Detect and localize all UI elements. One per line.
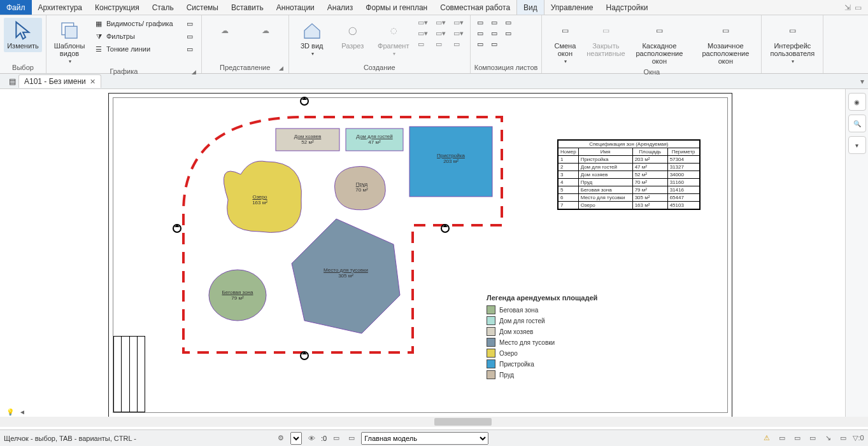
model-combo[interactable]: Главная модель bbox=[361, 432, 488, 445]
status-icon-1[interactable]: ⚙ bbox=[275, 433, 287, 444]
create-s5[interactable]: ▭▾ bbox=[433, 29, 448, 38]
sheet-b4[interactable]: ▭ bbox=[488, 18, 500, 27]
menu-insert[interactable]: Вставить bbox=[225, 0, 270, 15]
legend-swatch bbox=[487, 338, 495, 347]
cursor-icon bbox=[13, 20, 33, 41]
sheet-b6[interactable]: ▭ bbox=[488, 39, 500, 49]
create-s2[interactable]: ▭▾ bbox=[415, 29, 430, 38]
sheet-b8[interactable]: ▭ bbox=[502, 29, 514, 38]
sheet-b7[interactable]: ▭ bbox=[502, 18, 514, 27]
view-templates-button[interactable]: Шаблоны видов ▾ bbox=[50, 18, 89, 67]
move-icon[interactable]: ⇲ bbox=[844, 3, 851, 12]
close-inactive-button: ▭Закрыть неактивные bbox=[587, 18, 625, 60]
document-tab[interactable]: A101 - Без имени ✕ bbox=[18, 74, 101, 88]
lightbulb-icon[interactable]: 💡 bbox=[6, 408, 14, 415]
ribbon-group-graphics: Шаблоны видов ▾ ▦Видимость/ графика ⧩Фил… bbox=[46, 15, 202, 73]
render-cloud-button[interactable]: ☁ bbox=[246, 18, 285, 45]
sheet-b2[interactable]: ▭ bbox=[474, 29, 486, 38]
section-button[interactable]: ◯Разрез bbox=[334, 18, 372, 52]
modify-button[interactable]: Изменить bbox=[4, 18, 42, 52]
callout-button[interactable]: ◌Фрагмент▾ bbox=[374, 18, 413, 59]
graphics-extra-2[interactable]: ▭ bbox=[182, 31, 197, 42]
create-s8[interactable]: ▭▾ bbox=[451, 29, 466, 38]
vc-arrow-icon[interactable]: ◄ bbox=[19, 408, 25, 415]
menu-steel[interactable]: Сталь bbox=[146, 0, 180, 15]
schedule-row[interactable]: 4Пруд70 м²31160 bbox=[559, 179, 700, 186]
legend-item: Пруд bbox=[487, 370, 597, 379]
status-icon-2[interactable]: ▭ bbox=[331, 433, 342, 444]
section-icon: ◯ bbox=[343, 20, 363, 41]
render-button[interactable]: ☁ bbox=[206, 18, 244, 45]
create-s9[interactable]: ▭ bbox=[451, 39, 466, 49]
sheet-b5[interactable]: ▭ bbox=[488, 29, 500, 38]
menu-systems[interactable]: Системы bbox=[180, 0, 225, 15]
nav-more-icon[interactable]: ▾ bbox=[848, 136, 866, 154]
3d-view-button[interactable]: 3D вид▾ bbox=[293, 18, 331, 59]
scrollbar-thumb[interactable] bbox=[434, 418, 492, 426]
ext3-icon: ▭ bbox=[185, 44, 195, 54]
menu-annotate[interactable]: Аннотации bbox=[270, 0, 321, 15]
status-r1-icon[interactable]: ▭ bbox=[776, 433, 788, 444]
schedule-view[interactable]: Спецификация зон (Арендуемая) Номер Имя … bbox=[557, 139, 701, 210]
legend-swatch bbox=[487, 359, 495, 368]
create-s1[interactable]: ▭▾ bbox=[415, 18, 430, 27]
switch-windows-button[interactable]: ▭Смена окон▾ bbox=[546, 18, 584, 67]
menu-structure[interactable]: Конструкция bbox=[89, 0, 146, 15]
nav-wheel-icon[interactable]: ◉ bbox=[848, 93, 866, 111]
schedule-row[interactable]: 2Дом для гостей47 м²31327 bbox=[559, 164, 700, 171]
menu-massing[interactable]: Формы и генплан bbox=[359, 0, 434, 15]
menu-manage[interactable]: Управление bbox=[544, 0, 600, 15]
create-s4[interactable]: ▭▾ bbox=[433, 18, 448, 27]
schedule-row[interactable]: 1Пристройка203 м²57304 bbox=[559, 156, 700, 164]
sheet-b1[interactable]: ▭ bbox=[474, 18, 486, 27]
area-label-dom-hozyaev: Дом хозяев52 м² bbox=[294, 134, 322, 145]
thin-lines-button[interactable]: ☰Тонкие линии bbox=[91, 43, 176, 55]
horizontal-scrollbar[interactable] bbox=[0, 417, 868, 427]
tile-button[interactable]: ▭Мозаичное расположение окон bbox=[694, 18, 757, 67]
schedule-row[interactable]: 5Беговая зона79 м²31416 bbox=[559, 186, 700, 194]
status-select-1[interactable] bbox=[290, 432, 302, 445]
close-tab-icon[interactable]: ✕ bbox=[90, 78, 96, 86]
menu-addins[interactable]: Надстройки bbox=[600, 0, 655, 15]
ext2-icon: ▭ bbox=[185, 31, 195, 41]
legend-view[interactable]: Легенда арендуемых площадей Беговая зона… bbox=[487, 294, 597, 381]
graphics-extra-1[interactable]: ▭ bbox=[182, 18, 197, 29]
user-interface-button[interactable]: ▭Интерфейс пользователя▾ bbox=[765, 18, 819, 67]
schedule-row[interactable]: 3Дом хозяев52 м²34000 bbox=[559, 171, 700, 179]
zoom-region-icon[interactable]: 🔍 bbox=[848, 115, 866, 132]
menu-collab[interactable]: Совместная работа bbox=[434, 0, 516, 15]
filters-button[interactable]: ⧩Фильтры bbox=[91, 31, 176, 42]
visibility-graphics-button[interactable]: ▦Видимость/ графика bbox=[91, 18, 176, 29]
cascade-button[interactable]: ▭Каскадное расположение окон bbox=[627, 18, 691, 67]
ribbon-group-ui-title bbox=[765, 71, 819, 72]
doc-icon: ▤ bbox=[6, 77, 18, 86]
legend-item: Дом для гостей bbox=[487, 316, 597, 325]
ribbon: Изменить Выбор Шаблоны видов ▾ ▦Видимост… bbox=[0, 15, 868, 74]
status-r5-icon[interactable]: ▭ bbox=[837, 433, 849, 444]
graphics-dialog-launcher[interactable]: ◢ bbox=[192, 69, 196, 75]
graphics-extra-3[interactable]: ▭ bbox=[182, 43, 197, 55]
sheet-b3[interactable]: ▭ bbox=[474, 39, 486, 49]
status-icon-3[interactable]: ▭ bbox=[346, 433, 357, 444]
menu-architecture[interactable]: Архитектура bbox=[32, 0, 89, 15]
presentation-dialog-launcher[interactable]: ◢ bbox=[279, 65, 283, 71]
ribbon-group-select: Изменить Выбор bbox=[0, 15, 46, 73]
schedule-row[interactable]: 7Озеро163 м²45103 bbox=[559, 202, 700, 209]
legend-label: Озеро bbox=[499, 350, 518, 357]
menu-view[interactable]: Вид bbox=[516, 0, 544, 15]
status-scale-icon[interactable]: 👁 bbox=[306, 433, 317, 444]
status-filter-icon[interactable]: ▽:0 bbox=[853, 433, 864, 444]
tab-overflow-icon[interactable]: ▾ bbox=[857, 77, 868, 86]
status-r2-icon[interactable]: ▭ bbox=[792, 433, 803, 444]
status-r4-icon[interactable]: ↘ bbox=[822, 433, 834, 444]
create-s3[interactable]: ▭ bbox=[415, 39, 430, 49]
create-s6[interactable]: ▭ bbox=[433, 39, 448, 49]
menu-file[interactable]: Файл bbox=[0, 0, 32, 15]
schedule-row[interactable]: 6Место для тусовки305 м²65447 bbox=[559, 194, 700, 202]
create-s7[interactable]: ▭▾ bbox=[451, 18, 466, 27]
status-warn-icon[interactable]: ⚠ bbox=[761, 433, 772, 444]
drawing-canvas[interactable]: Дом хозяев52 м² Дом для гостей47 м² Прис… bbox=[0, 89, 858, 417]
menu-analyze[interactable]: Анализ bbox=[321, 0, 360, 15]
status-r3-icon[interactable]: ▭ bbox=[807, 433, 818, 444]
legend-item: Озеро bbox=[487, 349, 597, 358]
